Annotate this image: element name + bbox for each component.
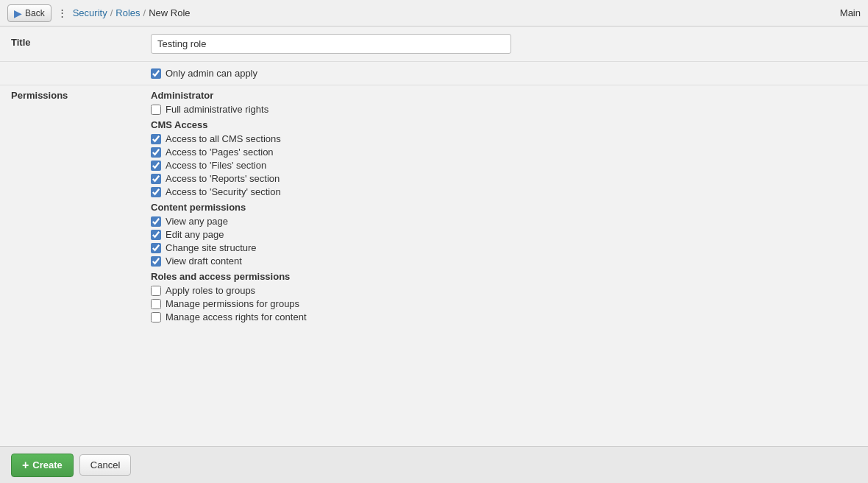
back-icon: ▶ bbox=[14, 7, 22, 19]
perm-all-cms-label: Access to all CMS sections bbox=[166, 133, 281, 144]
title-value-cell bbox=[140, 27, 868, 62]
perm-manage-perms-checkbox[interactable] bbox=[151, 299, 161, 309]
perm-site-structure-label: Change site structure bbox=[166, 242, 257, 253]
breadcrumb-security[interactable]: Security bbox=[73, 7, 107, 18]
main-link[interactable]: Main bbox=[840, 7, 861, 18]
permissions-content-cell: Administrator Full administrative rights… bbox=[140, 85, 868, 329]
perm-group-roles: Roles and access permissions bbox=[151, 271, 857, 282]
perm-view-page-checkbox[interactable] bbox=[151, 216, 161, 227]
perm-reports-checkbox[interactable] bbox=[151, 174, 161, 184]
perm-site-structure-checkbox[interactable] bbox=[151, 243, 161, 253]
plus-icon: + bbox=[22, 459, 29, 472]
perm-files-checkbox[interactable] bbox=[151, 161, 161, 171]
perm-view-page-label: View any page bbox=[166, 216, 228, 227]
perm-security-label: Access to 'Security' section bbox=[166, 186, 281, 197]
perm-item-files: Access to 'Files' section bbox=[151, 160, 857, 171]
perm-item-draft: View draft content bbox=[151, 255, 857, 267]
perm-item-edit-page: Edit any page bbox=[151, 229, 857, 240]
perm-item-apply-roles: Apply roles to groups bbox=[151, 285, 857, 296]
perm-group-administrator: Administrator bbox=[151, 90, 857, 101]
perm-draft-checkbox[interactable] bbox=[151, 256, 161, 267]
breadcrumb-roles[interactable]: Roles bbox=[115, 7, 140, 18]
breadcrumb: Security / Roles / New Role bbox=[73, 7, 191, 18]
back-label: Back bbox=[25, 8, 45, 18]
create-button[interactable]: + Create bbox=[11, 454, 74, 477]
permissions-label: Permissions bbox=[0, 85, 140, 329]
perm-group-cms-access: CMS Access bbox=[151, 119, 857, 130]
perm-files-label: Access to 'Files' section bbox=[166, 160, 266, 171]
cancel-label: Cancel bbox=[90, 459, 120, 470]
perm-item-manage-perms: Manage permissions for groups bbox=[151, 298, 857, 309]
create-label: Create bbox=[32, 459, 62, 470]
footer-bar: + Create Cancel bbox=[0, 446, 868, 483]
perm-reports-label: Access to 'Reports' section bbox=[166, 173, 280, 184]
back-button[interactable]: ▶ Back bbox=[7, 4, 51, 22]
perm-apply-roles-checkbox[interactable] bbox=[151, 286, 161, 296]
title-input[interactable] bbox=[151, 34, 511, 54]
nav-left: ▶ Back ⋮ Security / Roles / New Role bbox=[7, 4, 191, 22]
only-admin-row: Only admin can apply bbox=[0, 62, 868, 85]
form-table: Title bbox=[0, 27, 868, 62]
perm-edit-page-checkbox[interactable] bbox=[151, 230, 161, 240]
perm-group-content: Content permissions bbox=[151, 202, 857, 213]
perm-draft-label: View draft content bbox=[166, 255, 242, 267]
perm-pages-label: Access to 'Pages' section bbox=[166, 147, 274, 158]
perm-apply-roles-label: Apply roles to groups bbox=[166, 285, 255, 296]
perm-item-pages: Access to 'Pages' section bbox=[151, 147, 857, 158]
title-row: Title bbox=[0, 27, 868, 62]
permissions-row: Permissions Administrator Full administr… bbox=[0, 85, 868, 329]
perm-full-admin-checkbox[interactable] bbox=[151, 105, 161, 115]
only-admin-label: Only admin can apply bbox=[166, 68, 257, 79]
perm-manage-access-label: Manage access rights for content bbox=[166, 311, 307, 322]
breadcrumb-sep1: / bbox=[110, 7, 113, 18]
perm-item-full-admin: Full administrative rights bbox=[151, 104, 857, 115]
breadcrumb-current: New Role bbox=[149, 7, 190, 18]
perm-security-checkbox[interactable] bbox=[151, 187, 161, 197]
breadcrumb-sep2: / bbox=[143, 7, 146, 18]
perm-all-cms-checkbox[interactable] bbox=[151, 134, 161, 144]
perm-item-manage-access: Manage access rights for content bbox=[151, 311, 857, 322]
perm-item-site-structure: Change site structure bbox=[151, 242, 857, 253]
perm-item-security: Access to 'Security' section bbox=[151, 186, 857, 197]
perm-full-admin-label: Full administrative rights bbox=[166, 104, 268, 115]
perm-manage-access-checkbox[interactable] bbox=[151, 312, 161, 322]
cancel-button[interactable]: Cancel bbox=[79, 454, 131, 476]
perm-pages-checkbox[interactable] bbox=[151, 147, 161, 158]
perm-edit-page-label: Edit any page bbox=[166, 229, 224, 240]
dots-icon: ⋮ bbox=[57, 7, 67, 18]
perm-item-all-cms: Access to all CMS sections bbox=[151, 133, 857, 144]
title-label: Title bbox=[0, 27, 140, 62]
perm-manage-perms-label: Manage permissions for groups bbox=[166, 298, 299, 309]
perm-item-view-page: View any page bbox=[151, 216, 857, 227]
content-area: Title Only admin can apply Permissions A… bbox=[0, 27, 868, 446]
nav-bar: ▶ Back ⋮ Security / Roles / New Role Mai… bbox=[0, 0, 868, 27]
permissions-table: Permissions Administrator Full administr… bbox=[0, 85, 868, 329]
perm-item-reports: Access to 'Reports' section bbox=[151, 173, 857, 184]
only-admin-checkbox[interactable] bbox=[151, 68, 161, 79]
